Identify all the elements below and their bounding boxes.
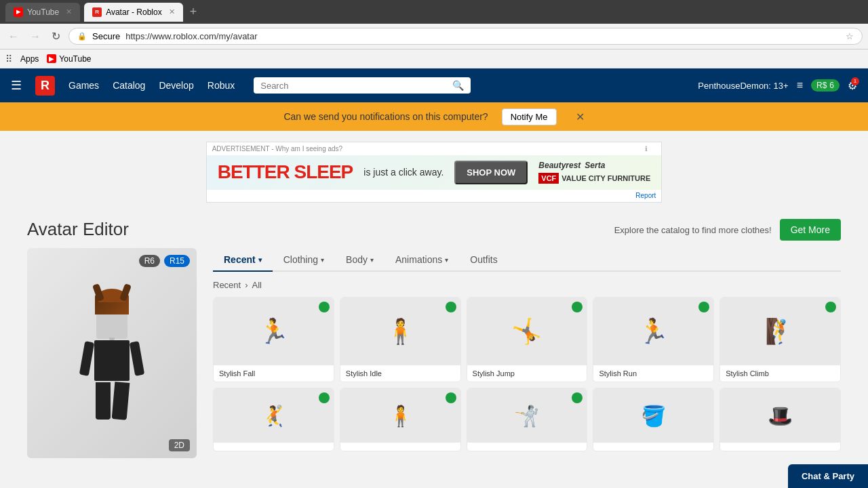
avatar-badges: R6 R15	[139, 255, 190, 267]
ad-shop-button[interactable]: SHOP NOW	[454, 161, 528, 184]
chat-party-button[interactable]: Chat & Party	[788, 464, 868, 488]
item-name-stylish-fall: Stylish Fall	[214, 365, 334, 382]
tab-body[interactable]: Body ▾	[335, 249, 384, 270]
notification-badge: 1	[851, 77, 859, 85]
nav-catalog[interactable]: Catalog	[113, 80, 145, 91]
refresh-button[interactable]: ↻	[49, 27, 63, 45]
item-badge	[319, 392, 330, 403]
menu-icon[interactable]: ≡	[797, 79, 803, 92]
notification-message: Can we send you notifications on this co…	[283, 111, 488, 122]
r6-badge[interactable]: R6	[139, 255, 160, 267]
tab-youtube[interactable]: ▶ YouTube ✕	[5, 3, 80, 22]
item-card-stylish-idle[interactable]: 🧍 Stylish Idle	[340, 297, 461, 382]
ad-report-link[interactable]: Report	[635, 192, 656, 199]
item-badge	[319, 302, 330, 312]
tab-clothing[interactable]: Clothing ▾	[273, 249, 335, 270]
item-badge	[572, 302, 583, 312]
nav-robux[interactable]: Robux	[208, 80, 235, 91]
item-card-row2-1[interactable]: 🧍	[340, 388, 461, 451]
address-bar[interactable]: 🔒 Secure https://www.roblox.com/my/avata…	[68, 28, 863, 45]
get-more-button[interactable]: Get More	[780, 219, 841, 241]
item-card-stylish-climb[interactable]: 🧗 Stylish Climb	[719, 297, 841, 382]
item-name-row2-4	[720, 443, 840, 451]
breadcrumb-current: All	[252, 280, 262, 290]
item-thumb-row2-2: 🤺	[467, 388, 587, 443]
item-card-stylish-jump[interactable]: 🤸 Stylish Jump	[467, 297, 588, 382]
tab-animations[interactable]: Animations ▾	[384, 249, 459, 270]
tab-outfits[interactable]: Outfits	[459, 249, 508, 270]
item-card-stylish-run[interactable]: 🏃 Stylish Run	[593, 297, 714, 382]
hamburger-menu[interactable]: ☰	[11, 78, 22, 93]
settings-button[interactable]: ⚙ 1	[848, 79, 857, 92]
notification-bar: Can we send you notifications on this co…	[0, 102, 868, 131]
robux-count: 6	[829, 81, 834, 90]
youtube-favicon: ▶	[14, 7, 23, 17]
catalog-header: Explore the catalog to find more clothes…	[213, 219, 841, 241]
item-name-stylish-jump: Stylish Jump	[467, 365, 587, 382]
item-thumb-stylish-fall: 🏃	[214, 298, 334, 365]
header-right: PenthouseDemon: 13+ ≡ R$ 6 ⚙ 1	[698, 79, 857, 92]
tab-animations-label: Animations	[395, 254, 442, 265]
youtube-bookmark-label: YouTube	[59, 54, 91, 64]
apps-label[interactable]: Apps	[20, 54, 39, 64]
search-icon: 🔍	[452, 80, 464, 91]
item-thumb-stylish-run: 🏃	[593, 298, 713, 365]
ad-vcf-badge: VCF	[538, 173, 559, 184]
item-figure-row2-2: 🤺	[514, 404, 539, 428]
item-badge	[825, 302, 836, 312]
tab-youtube-close[interactable]: ✕	[66, 7, 72, 16]
item-name-row2-3	[593, 443, 713, 451]
item-figure-fall: 🏃	[258, 317, 289, 346]
tab-roblox-close[interactable]: ✕	[169, 7, 175, 16]
item-figure-row2-4: 🎩	[768, 404, 793, 428]
item-figure-row2-0: 🤾	[261, 404, 286, 428]
items-grid: 🏃 Stylish Fall 🧍 Stylish Idle 🤸 Stylish …	[213, 297, 841, 451]
bookmark-icon[interactable]: ☆	[846, 31, 854, 41]
back-button[interactable]: ←	[5, 28, 22, 45]
nav-games[interactable]: Games	[68, 80, 99, 91]
forward-button[interactable]: →	[27, 28, 43, 45]
robux-icon: R$	[816, 81, 827, 90]
notification-close[interactable]: ✕	[576, 110, 585, 123]
tab-recent-chevron: ▾	[258, 256, 262, 264]
breadcrumb-root[interactable]: Recent	[213, 280, 241, 290]
item-badge	[698, 302, 709, 312]
item-card-row2-4[interactable]: 🎩	[719, 388, 841, 451]
tab-recent[interactable]: Recent ▾	[213, 249, 273, 272]
secure-label: Secure	[92, 31, 120, 41]
item-name-row2-0	[214, 443, 334, 451]
tab-clothing-label: Clothing	[283, 254, 318, 265]
avatar-editor-title: Avatar Editor	[27, 219, 197, 240]
ad-logo-serta: Serta	[585, 161, 605, 170]
item-card-row2-2[interactable]: 🤺	[467, 388, 588, 451]
breadcrumb: Recent › All	[213, 280, 841, 290]
robux-badge[interactable]: R$ 6	[811, 79, 840, 92]
search-bar[interactable]: 🔍	[254, 77, 471, 94]
item-card-row2-0[interactable]: 🤾	[213, 388, 334, 451]
item-thumb-stylish-jump: 🤸	[467, 298, 587, 365]
item-name-stylish-run: Stylish Run	[593, 365, 713, 382]
r15-badge[interactable]: R15	[164, 255, 190, 267]
item-card-row2-3[interactable]: 🪣	[593, 388, 714, 451]
tab-outfits-label: Outfits	[470, 254, 497, 265]
tab-youtube-label: YouTube	[27, 7, 59, 17]
item-thumb-row2-0: 🤾	[214, 388, 334, 443]
ad-logo-beautyrest: Beautyrest	[538, 161, 580, 170]
roblox-favicon: R	[92, 7, 102, 17]
toggle-2d-button[interactable]: 2D	[169, 439, 190, 451]
avatar-panel: Avatar Editor R6 R15	[27, 219, 197, 458]
notify-me-button[interactable]: Notify Me	[502, 108, 557, 125]
item-name-row2-1	[340, 443, 460, 451]
item-card-stylish-fall[interactable]: 🏃 Stylish Fall	[213, 297, 334, 382]
tab-roblox[interactable]: R Avatar - Roblox ✕	[84, 3, 182, 22]
youtube-bookmark[interactable]: ▶ YouTube	[47, 54, 91, 64]
new-tab-button[interactable]: +	[190, 5, 197, 19]
nav-develop[interactable]: Develop	[159, 80, 193, 91]
search-input[interactable]	[260, 81, 447, 91]
youtube-bookmark-icon: ▶	[47, 54, 56, 63]
catalog-tabs: Recent ▾ Clothing ▾ Body ▾ Animations ▾ …	[213, 249, 841, 272]
item-thumb-stylish-idle: 🧍	[340, 298, 460, 365]
item-thumb-stylish-climb: 🧗	[720, 298, 840, 365]
apps-bar: ⠿ Apps ▶ YouTube	[0, 49, 868, 68]
ad-big-text: BETTER SLEEP	[218, 161, 353, 183]
